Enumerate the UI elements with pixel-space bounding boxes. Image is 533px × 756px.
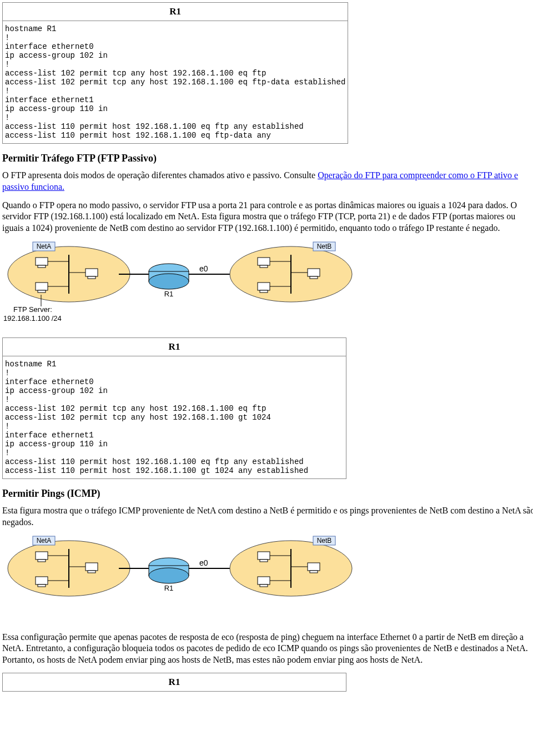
config-body: hostname R1 ! interface ethernet0 ip acc… [3,21,348,144]
svg-point-44 [149,568,189,583]
network-diagram-1: NetA FTP Server: 192.168.1.100 /24 R1 e0… [2,241,358,330]
svg-rect-37 [38,584,46,587]
diagram-label-netb: NetB [317,537,332,545]
paragraph-ftp-passive-2: Quando o FTP opera no modo passivo, o se… [2,200,533,234]
diagram-label-ftp-server: FTP Server: [13,305,52,314]
config-table-r1-1: R1 hostname R1 ! interface ethernet0 ip … [2,2,348,144]
svg-rect-53 [258,577,270,584]
heading-ftp-passive: Permitir Tráfego FTP (FTP Passivo) [2,153,533,164]
svg-rect-27 [308,269,320,276]
svg-rect-54 [260,584,268,587]
diagram-label-router: R1 [164,290,174,298]
svg-rect-57 [310,571,318,573]
text-segment: O FTP apresenta dois modos de operação d… [2,170,318,180]
svg-rect-34 [38,560,46,562]
svg-rect-3 [36,258,48,265]
svg-rect-7 [38,290,46,293]
paragraph-icmp-1: Esta figura mostra que o tráfego ICMP pr… [2,505,533,528]
paragraph-icmp-2: Essa configuração permite que apenas pac… [2,632,533,666]
svg-rect-33 [36,552,48,560]
config-body: hostname R1 ! interface ethernet0 ip acc… [3,356,346,478]
diagram-label-neta: NetA [37,243,52,250]
svg-rect-6 [36,283,48,290]
svg-rect-10 [88,276,95,279]
svg-rect-21 [258,258,270,265]
svg-rect-40 [88,571,95,573]
diagram-label-netb: NetB [317,243,332,250]
diagram-label-neta: NetA [37,537,52,545]
diagram-label-iface: e0 [199,558,208,567]
svg-rect-50 [258,552,270,560]
heading-icmp: Permitir Pings (ICMP) [2,488,533,500]
config-title: R1 [3,3,348,21]
svg-rect-51 [260,560,268,562]
diagram-label-router: R1 [164,584,174,592]
paragraph-ftp-passive-1: O FTP apresenta dois modos de operação d… [2,170,533,193]
svg-rect-9 [86,269,98,276]
svg-rect-39 [86,563,98,571]
config-table-r1-3: R1 [2,673,346,692]
config-title: R1 [3,673,346,691]
svg-rect-25 [260,290,268,293]
svg-rect-36 [36,577,48,584]
svg-rect-22 [260,265,268,268]
diagram-label-ftp-ip: 192.168.1.100 /24 [3,314,62,322]
svg-rect-56 [308,563,320,571]
svg-rect-24 [258,283,270,290]
svg-point-15 [149,274,189,289]
svg-rect-28 [310,276,318,279]
svg-rect-4 [38,265,46,268]
network-diagram-2: NetA R1 e0 NetB [2,535,358,624]
diagram-label-iface: e0 [199,264,208,273]
config-title: R1 [3,337,346,356]
config-table-r1-2: R1 hostname R1 ! interface ethernet0 ip … [2,337,346,479]
